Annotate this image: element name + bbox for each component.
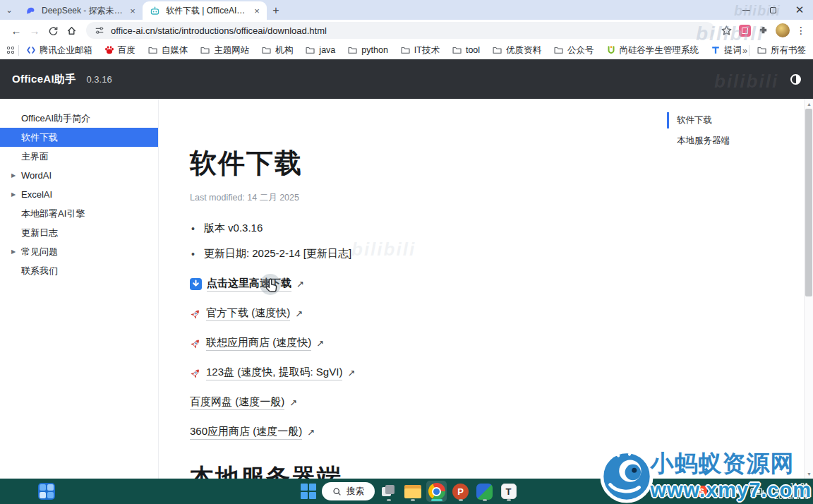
forward-button[interactable]: → <box>25 21 44 40</box>
new-tab-button[interactable]: + <box>267 1 285 20</box>
taskbar-app-powerpoint[interactable]: P <box>450 481 471 502</box>
all-bookmarks-button[interactable]: 所有书签 <box>757 44 806 56</box>
widgets-icon[interactable] <box>38 483 55 500</box>
back-button[interactable]: ← <box>7 21 25 40</box>
last-modified: Last modified: 14 二月 2025 <box>190 192 299 204</box>
taskbar-app-deepseek-app[interactable] <box>474 481 495 502</box>
bookmarks-overflow-chevron[interactable]: » <box>742 45 747 56</box>
bookmark-item[interactable]: 自媒体 <box>147 44 188 56</box>
address-bar[interactable]: office-ai.cn/static/introductions/office… <box>86 22 715 39</box>
folder-icon <box>553 45 564 55</box>
tab-close-icon[interactable]: × <box>251 5 263 16</box>
maximize-button[interactable] <box>759 0 786 20</box>
deepseek-app-icon <box>476 484 493 500</box>
expand-arrow-icon[interactable]: ▶ <box>11 248 16 255</box>
sidebar-item-2[interactable]: 软件下载 <box>0 128 158 147</box>
bookmark-star-icon[interactable] <box>721 25 733 37</box>
folder-icon <box>305 45 315 55</box>
sidebar-item-7[interactable]: 更新日志 <box>0 223 158 242</box>
bookmark-item[interactable]: 主题网站 <box>200 44 249 56</box>
toc-item-1[interactable]: 软件下载 <box>667 110 787 131</box>
download-link-5[interactable]: 百度网盘 (速度一般)↗ <box>190 395 297 410</box>
watermark-site-url: www.xmy7.com <box>650 479 812 502</box>
download-link-1[interactable]: 点击这里高速下载↗ <box>190 277 304 292</box>
minimize-button[interactable] <box>733 0 759 20</box>
extensions-puzzle-icon[interactable] <box>757 25 769 37</box>
sidebar-item-4[interactable]: ▶WordAI <box>0 166 158 185</box>
download-link-2[interactable]: 官方下载 (速度快)↗ <box>190 306 303 321</box>
sidebar-item-6[interactable]: 本地部署AI引擎 <box>0 204 158 223</box>
site-header: OfficeAI助手 0.3.16 <box>0 59 813 99</box>
theme-toggle-icon[interactable] <box>790 74 801 85</box>
extension-pink-icon[interactable] <box>739 25 751 37</box>
toc-item-2[interactable]: 本地服务器端 <box>667 131 787 151</box>
site-version: 0.3.16 <box>87 74 112 85</box>
tab-close-icon[interactable]: × <box>127 5 138 16</box>
expand-arrow-icon[interactable]: ▶ <box>11 191 16 198</box>
window-controls: ✕ <box>733 0 813 20</box>
profile-avatar[interactable] <box>776 23 790 37</box>
tici-icon <box>711 45 721 55</box>
close-button[interactable]: ✕ <box>786 0 813 20</box>
folder-icon <box>400 45 411 55</box>
sidebar-item-5[interactable]: ▶ExcelAI <box>0 185 158 204</box>
sidebar-item-1[interactable]: OfficeAI助手简介 <box>0 109 158 128</box>
bookmark-item[interactable]: IT技术 <box>400 44 440 56</box>
text-editor-icon: T <box>501 484 517 499</box>
site-brand[interactable]: OfficeAI助手 <box>12 73 76 86</box>
bookmark-item[interactable]: tool <box>452 45 480 55</box>
windows-logo-icon <box>301 484 316 499</box>
taskbar-app-task-view[interactable] <box>378 481 399 502</box>
baidu-paw-icon <box>104 45 114 55</box>
bookmark-item[interactable]: 优质资料 <box>492 44 541 56</box>
bookmarks-bar: 腾讯企业邮箱百度自媒体主题网站机构javapythonIT技术tool优质资料公… <box>0 41 813 59</box>
bookmark-item[interactable]: 尚硅谷学生管理系统 <box>606 44 699 56</box>
bookmark-item[interactable]: python <box>347 45 388 55</box>
taskbar-app-chrome[interactable] <box>426 481 447 502</box>
external-link-icon: ↗ <box>296 279 304 289</box>
vertical-scrollbar[interactable]: ▲ ▼ <box>804 99 813 479</box>
sidebar-item-label: 联系我们 <box>21 265 58 277</box>
tencent-mail-icon <box>26 45 36 55</box>
bookmark-item[interactable]: 提词器 <box>711 44 742 56</box>
bullet-version: 版本 v0.3.16 <box>191 222 263 235</box>
folder-icon <box>347 45 358 55</box>
xmy7-watermark: 小蚂蚁资源网 www.xmy7.com <box>598 446 812 504</box>
download-link-3[interactable]: 联想应用商店 (速度快)↗ <box>190 336 324 351</box>
url-text: office-ai.cn/static/introductions/office… <box>111 25 327 36</box>
bookmark-item[interactable]: 腾讯企业邮箱 <box>26 44 92 56</box>
sidebar-item-9[interactable]: 联系我们 <box>0 261 158 280</box>
apps-grid-icon[interactable] <box>7 47 14 54</box>
external-link-icon: ↗ <box>347 368 355 378</box>
watermark-site-name: 小蚂蚁资源网 <box>650 448 794 480</box>
sidebar-item-8[interactable]: ▶常见问题 <box>0 242 158 261</box>
taskbar-app-typora[interactable]: T <box>498 481 519 502</box>
taskbar-app-file-explorer[interactable] <box>402 481 423 502</box>
bookmark-item[interactable]: 机构 <box>261 44 293 56</box>
bookmark-item[interactable]: 百度 <box>104 44 136 56</box>
home-button[interactable] <box>62 21 80 40</box>
scroll-up-icon[interactable]: ▲ <box>805 99 813 109</box>
bookmark-item[interactable]: 公众号 <box>553 44 594 56</box>
tab-title: DeepSeek - 探索未至之境 <box>42 5 124 17</box>
folder-icon <box>757 45 767 55</box>
download-link-6[interactable]: 360应用商店 (速度一般)↗ <box>190 425 315 440</box>
tab-search-chevron-icon[interactable]: ⌄ <box>0 0 18 20</box>
toolbar-right-icons: ⋮ <box>721 23 806 37</box>
bookmark-item[interactable]: java <box>305 45 335 55</box>
browser-tab-1[interactable]: DeepSeek - 探索未至之境× <box>18 1 143 20</box>
download-link-4[interactable]: 123盘 (速度快, 提取码: SgVI)↗ <box>190 366 355 380</box>
scrollbar-thumb[interactable] <box>805 109 812 296</box>
folder-icon <box>492 45 502 55</box>
folder-icon <box>452 45 462 55</box>
start-button[interactable] <box>298 481 318 502</box>
sidebar-item-label: 常见问题 <box>21 246 58 258</box>
refresh-button[interactable] <box>44 21 62 40</box>
ant-logo-icon <box>598 446 656 504</box>
sidebar-item-3[interactable]: 主界面 <box>0 147 158 166</box>
task-view-icon <box>382 485 396 498</box>
expand-arrow-icon[interactable]: ▶ <box>11 172 16 179</box>
taskbar-search[interactable]: 搜索 <box>322 482 375 500</box>
browser-tab-2[interactable]: 软件下载 | OfficeAI助手× <box>143 1 267 20</box>
browser-menu-icon[interactable]: ⋮ <box>796 29 806 32</box>
